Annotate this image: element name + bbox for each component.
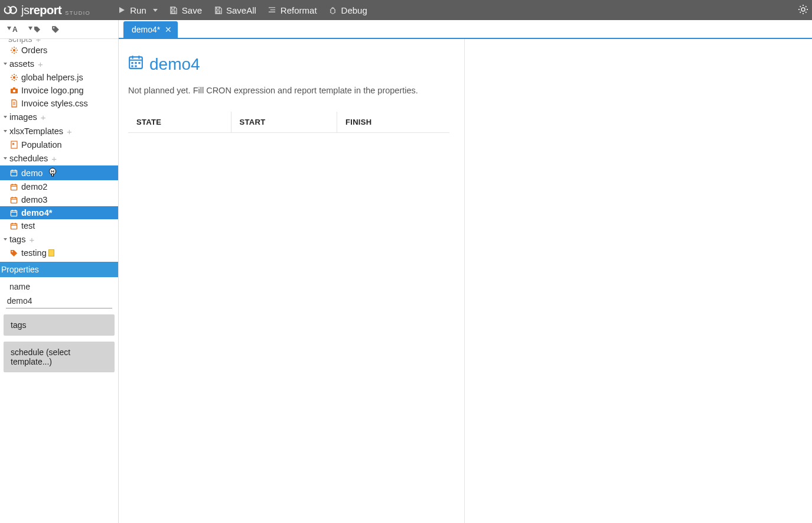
tree-item-demo4[interactable]: demo4* [0, 206, 118, 219]
svg-rect-21 [131, 62, 133, 64]
gear-icon [9, 46, 18, 55]
page-subtitle: Not planned yet. Fill CRON expression an… [128, 86, 456, 95]
svg-point-3 [331, 8, 335, 13]
run-button[interactable]: Run [112, 2, 164, 19]
tag-view-button[interactable] [47, 23, 64, 36]
tag-icon [9, 249, 18, 258]
tree-item-testing[interactable]: testing [0, 246, 118, 262]
top-toolbar: jsreport STUDIO Run Save SaveAll Reforma… [0, 0, 812, 20]
svg-rect-2 [5, 7, 8, 8]
svg-point-19 [12, 251, 13, 252]
svg-rect-17 [11, 210, 17, 216]
add-asset-button[interactable]: + [38, 60, 43, 69]
col-finish: FINISH [337, 112, 449, 133]
svg-rect-23 [138, 62, 140, 64]
properties-panel: name tags schedule (select template...) [0, 277, 118, 376]
brand-studio: STUDIO [65, 10, 90, 17]
tab-strip: demo4* ✕ [119, 20, 812, 39]
tree-item-orders[interactable]: Orders [0, 44, 118, 57]
svg-point-10 [12, 90, 15, 92]
calendar-icon [9, 222, 18, 230]
tree-item-population[interactable]: Population [0, 138, 118, 151]
brand-logo[interactable]: jsreport STUDIO [4, 4, 102, 17]
play-icon [118, 6, 126, 14]
save-button[interactable]: Save [164, 2, 208, 19]
folder-xlsx[interactable]: xlsxTemplates+ [0, 124, 118, 138]
reformat-icon [268, 6, 276, 14]
schedule-detail-pane: demo4 Not planned yet. Fill CRON express… [119, 39, 465, 523]
close-tab-button[interactable]: ✕ [165, 25, 172, 34]
svg-rect-14 [52, 174, 54, 176]
settings-button[interactable] [798, 7, 808, 17]
tag-color-chip [48, 249, 54, 256]
disclosure-down-icon [2, 128, 8, 134]
svg-rect-12 [11, 170, 17, 176]
tree-item-demo[interactable]: demo [0, 165, 118, 180]
page-title: demo4 [128, 54, 456, 74]
camera-icon [9, 86, 18, 95]
prop-tags-section[interactable]: tags [4, 314, 115, 336]
save-all-button[interactable]: SaveAll [208, 2, 262, 19]
run-dropdown-caret[interactable] [153, 9, 158, 12]
entity-tree[interactable]: scripts+ Orders assets+ global helpers.j… [0, 39, 118, 262]
col-state: STATE [128, 112, 231, 133]
folder-tags[interactable]: tags+ [0, 232, 118, 246]
tree-item-logo[interactable]: Invoice logo.png [0, 84, 118, 97]
svg-rect-24 [131, 65, 133, 67]
tree-item-test[interactable]: test [0, 219, 118, 232]
add-tag-button[interactable]: + [29, 235, 34, 244]
debug-button[interactable]: Debug [323, 2, 373, 19]
logo-icon [4, 4, 19, 16]
svg-rect-18 [11, 223, 17, 229]
save-all-icon [214, 6, 222, 14]
svg-point-4 [801, 8, 805, 11]
xlsx-icon [9, 141, 18, 150]
svg-rect-25 [135, 65, 136, 67]
disclosure-down-icon [2, 155, 8, 161]
tree-item-demo2[interactable]: demo2 [0, 180, 118, 193]
disclosure-down-icon [2, 236, 8, 242]
filter-alpha-button[interactable]: A [2, 23, 22, 36]
col-start: START [231, 112, 337, 133]
calendar-icon [9, 209, 18, 217]
calendar-icon [9, 168, 18, 177]
prop-name-field: name [4, 282, 115, 308]
prop-name-input[interactable] [6, 294, 112, 308]
sidebar-toolbar: A [0, 20, 118, 39]
add-xlsx-button[interactable]: + [67, 127, 72, 136]
tab-demo4[interactable]: demo4* ✕ [123, 21, 178, 38]
tree-item-helpers[interactable]: global helpers.js [0, 71, 118, 84]
add-image-button[interactable]: + [41, 113, 46, 122]
folder-scripts-clipped[interactable]: scripts+ [0, 39, 118, 44]
content-area: demo4* ✕ demo4 Not planned yet. Fill CRO… [119, 20, 812, 523]
folder-assets[interactable]: assets+ [0, 57, 118, 71]
disclosure-down-icon [2, 114, 8, 120]
calendar-icon [128, 54, 144, 74]
svg-point-6 [12, 49, 15, 51]
prop-schedule-section[interactable]: schedule (select template...) [4, 342, 115, 372]
svg-point-5 [53, 27, 54, 28]
bug-icon [329, 6, 337, 14]
folder-schedules[interactable]: schedules+ [0, 151, 118, 165]
svg-rect-22 [135, 62, 136, 64]
calendar-icon [9, 196, 18, 204]
properties-header: Properties [0, 262, 118, 277]
svg-rect-15 [11, 184, 17, 190]
cursor-icon [48, 167, 57, 178]
preview-pane [465, 39, 812, 523]
gear-icon [9, 73, 18, 82]
calendar-icon [9, 183, 18, 191]
save-icon [169, 6, 178, 14]
svg-rect-9 [13, 87, 15, 89]
reformat-button[interactable]: Reformat [262, 2, 323, 19]
runs-table: STATE START FINISH [128, 112, 449, 133]
tree-item-demo3[interactable]: demo3 [0, 193, 118, 206]
sidebar: A scripts+ Orders assets+ [0, 20, 119, 523]
add-schedule-button[interactable]: + [51, 154, 57, 163]
tree-item-styles[interactable]: Invoice styles.css [0, 97, 118, 110]
disclosure-down-icon [2, 61, 8, 67]
filter-tag-button[interactable] [24, 24, 45, 35]
svg-rect-16 [11, 197, 17, 203]
file-icon [9, 99, 18, 108]
folder-images[interactable]: images+ [0, 110, 118, 124]
